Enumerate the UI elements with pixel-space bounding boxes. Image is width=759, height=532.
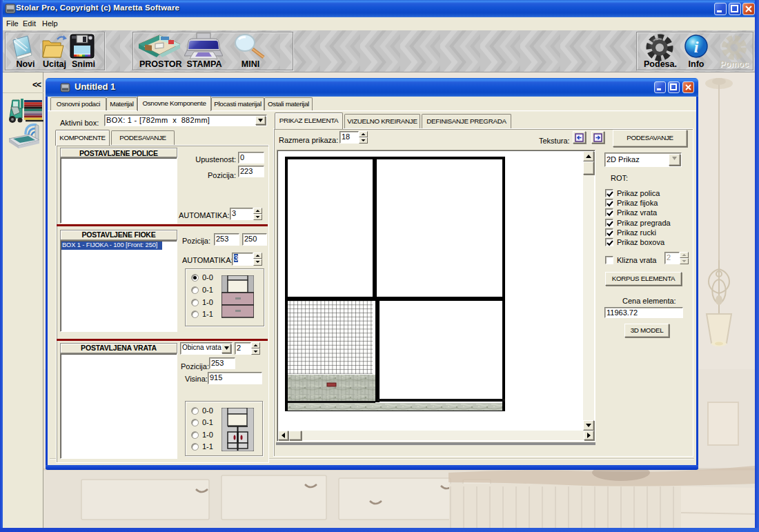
svg-text:i: i — [694, 38, 699, 56]
